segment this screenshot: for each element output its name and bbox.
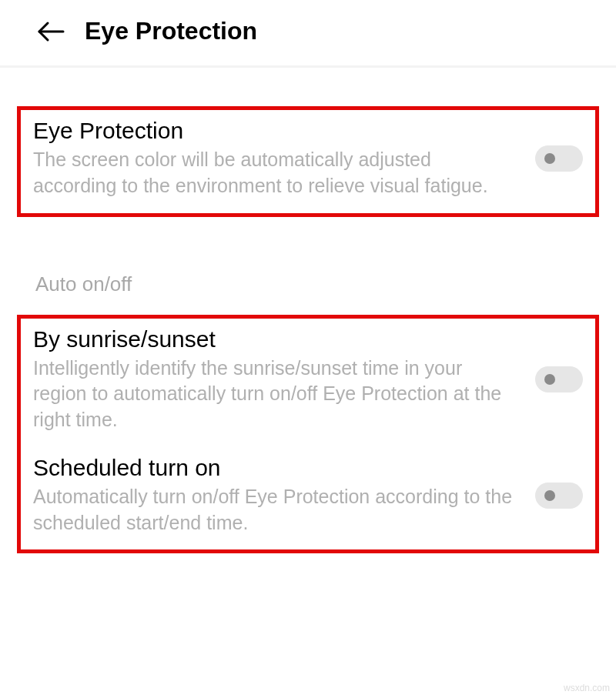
auto-group: By sunrise/sunset Intelligently identify… <box>17 315 599 554</box>
back-arrow-icon[interactable] <box>37 18 65 45</box>
eye-protection-row[interactable]: Eye Protection The screen color will be … <box>33 118 583 199</box>
scheduled-toggle[interactable] <box>535 483 583 509</box>
eye-protection-group: Eye Protection The screen color will be … <box>17 106 599 217</box>
eye-protection-title: Eye Protection <box>33 118 520 144</box>
eye-protection-toggle[interactable] <box>535 145 583 172</box>
by-sunrise-desc: Intelligently identify the sunrise/sunse… <box>33 356 520 433</box>
by-sunrise-toggle[interactable] <box>535 366 583 392</box>
scheduled-text: Scheduled turn on Automatically turn on/… <box>33 455 520 536</box>
scheduled-title: Scheduled turn on <box>33 455 520 481</box>
by-sunrise-text: By sunrise/sunset Intelligently identify… <box>33 326 520 433</box>
page-title: Eye Protection <box>85 17 257 45</box>
scheduled-row[interactable]: Scheduled turn on Automatically turn on/… <box>33 455 583 536</box>
header: Eye Protection <box>0 0 616 65</box>
eye-protection-text: Eye Protection The screen color will be … <box>33 118 520 199</box>
auto-section-label: Auto on/off <box>17 226 599 315</box>
eye-protection-desc: The screen color will be automatically a… <box>33 147 520 199</box>
content: Eye Protection The screen color will be … <box>0 68 616 553</box>
by-sunrise-title: By sunrise/sunset <box>33 326 520 352</box>
scheduled-desc: Automatically turn on/off Eye Protection… <box>33 484 520 536</box>
by-sunrise-row[interactable]: By sunrise/sunset Intelligently identify… <box>33 326 583 433</box>
